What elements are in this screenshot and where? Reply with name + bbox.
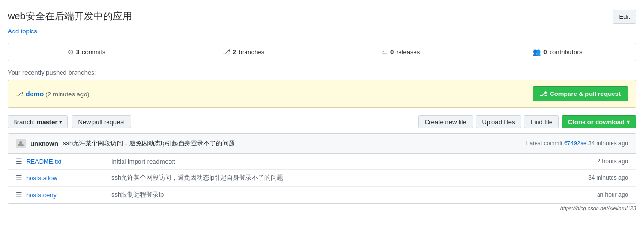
- repo-title: web安全在后端开发中的应用: [8, 10, 132, 23]
- new-pull-request-button[interactable]: New pull request: [72, 115, 131, 128]
- compare-icon: ⎇: [540, 90, 547, 97]
- branch-icon-small: ⎇: [16, 90, 26, 98]
- repo-header: web安全在后端开发中的应用 Edit: [8, 10, 636, 24]
- add-topics-link[interactable]: Add topics: [8, 28, 636, 35]
- file-icon: ☰: [16, 191, 22, 199]
- releases-stat[interactable]: 🏷 0 releases: [322, 43, 479, 61]
- contributors-label: contributors: [550, 48, 583, 56]
- table-row: ☰hosts.denyssh限制远程登录ipan hour ago: [8, 187, 636, 203]
- releases-label: releases: [396, 48, 420, 56]
- tag-icon: 🏷: [381, 48, 388, 56]
- file-icon: ☰: [16, 174, 22, 182]
- branch-selector[interactable]: Branch: master ▾: [8, 115, 68, 128]
- file-name-link[interactable]: README.txt: [26, 158, 104, 165]
- branch-prefix: Branch:: [13, 118, 35, 126]
- table-row: ☰hosts.allowssh允许某个网段访问，避免因动态ip引起自身登录不了的…: [8, 170, 636, 187]
- branch-left-controls: Branch: master ▾ New pull request: [8, 115, 131, 128]
- contributors-count: 0: [543, 48, 547, 56]
- commits-label: commits: [82, 48, 105, 56]
- recent-push-info: ⎇ demo (2 minutes ago): [16, 90, 89, 98]
- watermark: https://blog.csdn.net/xielinrui123: [8, 205, 636, 211]
- clone-or-download-button[interactable]: Clone or download ▾: [562, 115, 636, 128]
- branches-count: 2: [233, 48, 236, 56]
- commit-icon: ⊙: [68, 48, 74, 56]
- demo-branch-link[interactable]: demo: [26, 90, 44, 98]
- chevron-down-icon: ▾: [59, 118, 62, 126]
- chevron-down-icon-clone: ▾: [627, 118, 630, 126]
- branch-right-controls: Create new file Upload files Find file C…: [418, 115, 636, 128]
- commit-author: unknown: [31, 140, 58, 147]
- branches-label: branches: [239, 48, 264, 56]
- commit-relative-time: 34 minutes ago: [588, 140, 628, 147]
- branch-toolbar: Branch: master ▾ New pull request Create…: [8, 115, 636, 128]
- current-branch: master: [37, 118, 58, 126]
- file-time: an hour ago: [597, 191, 628, 198]
- commits-stat[interactable]: ⊙ 3 commits: [8, 43, 165, 61]
- file-name-link[interactable]: hosts.allow: [26, 174, 104, 182]
- table-row: ☰README.txtInitial import readmetxt2 hou…: [8, 154, 636, 170]
- clone-btn-label: Clone or download: [568, 118, 625, 126]
- file-name-link[interactable]: hosts.deny: [26, 191, 104, 199]
- commit-time: Latest commit 67492ae 34 minutes ago: [526, 140, 628, 147]
- commit-hash-link[interactable]: 67492ae: [564, 140, 587, 147]
- create-new-file-button[interactable]: Create new file: [418, 115, 473, 128]
- find-file-button[interactable]: Find file: [524, 115, 559, 128]
- file-commit-message: ssh允许某个网段访问，避免因动态ip引起自身登录不了的问题: [104, 173, 588, 182]
- latest-commit-row: unknown ssh允许某个网段访问，避免因动态ip引起自身登录不了的问题 L…: [8, 134, 636, 154]
- people-icon: 👥: [533, 48, 541, 56]
- recent-push-banner: ⎇ demo (2 minutes ago) ⎇ Compare & pull …: [8, 80, 636, 108]
- commit-message: ssh允许某个网段访问，避免因动态ip引起自身登录不了的问题: [63, 139, 235, 148]
- file-time: 2 hours ago: [598, 158, 628, 165]
- stats-bar: ⊙ 3 commits ⎇ 2 branches 🏷 0 releases 👥 …: [8, 43, 636, 61]
- latest-commit-prefix: Latest commit: [526, 140, 563, 147]
- branch-icon: ⎇: [223, 48, 230, 56]
- commits-count: 3: [76, 48, 79, 56]
- file-table: unknown ssh允许某个网段访问，避免因动态ip引起自身登录不了的问题 L…: [8, 133, 636, 204]
- releases-count: 0: [390, 48, 394, 56]
- file-commit-message: ssh限制远程登录ip: [104, 190, 597, 199]
- recent-push-label: Your recently pushed branches:: [8, 69, 636, 76]
- file-time: 34 minutes ago: [588, 174, 628, 181]
- branch-push-time: (2 minutes ago): [46, 91, 89, 98]
- branches-stat[interactable]: ⎇ 2 branches: [165, 43, 322, 61]
- upload-files-button[interactable]: Upload files: [476, 115, 521, 128]
- compare-pull-request-button[interactable]: ⎇ Compare & pull request: [533, 86, 628, 101]
- compare-btn-label: Compare & pull request: [550, 90, 621, 97]
- contributors-stat[interactable]: 👥 0 contributors: [479, 43, 636, 61]
- file-commit-message: Initial import readmetxt: [104, 158, 598, 165]
- file-rows-container: ☰README.txtInitial import readmetxt2 hou…: [8, 154, 636, 203]
- file-icon: ☰: [16, 158, 22, 165]
- edit-button[interactable]: Edit: [613, 10, 636, 24]
- commit-avatar: [16, 139, 26, 148]
